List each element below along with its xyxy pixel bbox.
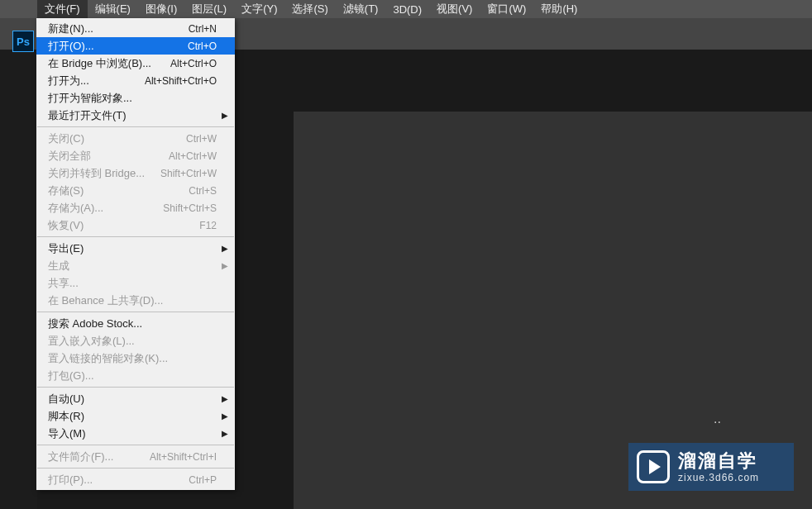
menu-item: 存储(S)Ctrl+S bbox=[36, 182, 235, 199]
menu-item-label: 置入链接的智能对象(K)... bbox=[48, 351, 168, 366]
decoration-dots: ∙∙ bbox=[714, 415, 721, 430]
menu-item-label: 搜索 Adobe Stock... bbox=[48, 316, 142, 331]
menu-item[interactable]: 打开为...Alt+Shift+Ctrl+O bbox=[36, 72, 235, 89]
menubar-item-9[interactable]: 窗口(W) bbox=[480, 0, 533, 18]
menubar-item-8[interactable]: 视图(V) bbox=[429, 0, 480, 18]
menu-item-label: 导入(M) bbox=[48, 426, 86, 441]
menu-separator bbox=[37, 126, 234, 127]
menu-item-label: 关闭(C) bbox=[48, 131, 84, 146]
menu-item: 关闭全部Alt+Ctrl+W bbox=[36, 147, 235, 164]
menu-item-label: 文件简介(F)... bbox=[48, 450, 113, 464]
menu-separator bbox=[37, 312, 234, 312]
menu-item: 关闭并转到 Bridge...Shift+Ctrl+W bbox=[36, 164, 235, 182]
menu-item-shortcut: Alt+Ctrl+O bbox=[170, 58, 217, 69]
menu-item: 生成▶ bbox=[36, 257, 235, 274]
menu-item-shortcut: Alt+Shift+Ctrl+O bbox=[145, 75, 217, 87]
menu-item-label: 恢复(V) bbox=[48, 218, 84, 233]
play-icon bbox=[637, 450, 670, 483]
menu-item-label: 最近打开文件(T) bbox=[48, 108, 127, 123]
menu-item-label: 在 Bridge 中浏览(B)... bbox=[48, 56, 151, 71]
watermark-title: 溜溜自学 bbox=[678, 450, 759, 472]
menu-item-label: 打包(G)... bbox=[48, 369, 94, 383]
menu-item: 置入嵌入对象(L)... bbox=[36, 332, 235, 350]
menu-item-label: 存储(S) bbox=[48, 183, 84, 198]
menu-item[interactable]: 在 Bridge 中浏览(B)...Alt+Ctrl+O bbox=[36, 55, 235, 72]
menu-item: 打印(P)...Ctrl+P bbox=[36, 471, 235, 488]
menubar: 文件(F)编辑(E)图像(I)图层(L)文字(Y)选择(S)滤镜(T)3D(D)… bbox=[0, 0, 812, 18]
menu-item[interactable]: 最近打开文件(T)▶ bbox=[36, 107, 235, 124]
menu-item-label: 打开为... bbox=[48, 74, 89, 88]
submenu-arrow-icon: ▶ bbox=[222, 111, 228, 120]
menu-item-label: 共享... bbox=[48, 276, 79, 291]
menu-item-shortcut: Alt+Shift+Ctrl+I bbox=[150, 451, 217, 463]
menu-item-label: 存储为(A)... bbox=[48, 201, 103, 216]
menu-item-label: 导出(E) bbox=[48, 241, 84, 256]
menu-item: 存储为(A)...Shift+Ctrl+S bbox=[36, 199, 235, 216]
submenu-arrow-icon: ▶ bbox=[222, 244, 228, 253]
watermark-sub: zixue.3d66.com bbox=[678, 472, 759, 483]
menubar-item-4[interactable]: 文字(Y) bbox=[234, 0, 284, 18]
menu-separator bbox=[37, 445, 234, 445]
menu-item: 置入链接的智能对象(K)... bbox=[36, 350, 235, 367]
menu-item-shortcut: Shift+Ctrl+S bbox=[163, 202, 217, 214]
menu-item-label: 打开(O)... bbox=[48, 39, 94, 54]
menu-item-shortcut: Alt+Ctrl+W bbox=[169, 150, 217, 162]
menu-item-label: 脚本(R) bbox=[48, 409, 84, 424]
submenu-arrow-icon: ▶ bbox=[222, 261, 228, 270]
menu-item-label: 自动(U) bbox=[48, 392, 84, 407]
menubar-item-3[interactable]: 图层(L) bbox=[184, 0, 234, 18]
menu-item[interactable]: 脚本(R)▶ bbox=[36, 407, 235, 425]
menu-separator bbox=[37, 468, 234, 469]
menu-item-shortcut: Ctrl+N bbox=[189, 23, 217, 35]
menu-item-label: 在 Behance 上共享(D)... bbox=[48, 293, 163, 308]
menu-item-shortcut: Ctrl+W bbox=[186, 133, 217, 145]
menu-item[interactable]: 打开(O)...Ctrl+O bbox=[36, 37, 235, 55]
menu-item: 打包(G)... bbox=[36, 367, 235, 384]
menu-separator bbox=[37, 236, 234, 237]
menubar-item-7[interactable]: 3D(D) bbox=[385, 2, 429, 17]
menu-item[interactable]: 导出(E)▶ bbox=[36, 240, 235, 257]
submenu-arrow-icon: ▶ bbox=[222, 411, 228, 421]
ps-logo: Ps bbox=[12, 31, 34, 52]
menu-item-label: 生成 bbox=[48, 259, 69, 274]
menubar-item-0[interactable]: 文件(F) bbox=[37, 0, 88, 18]
watermark: 溜溜自学 zixue.3d66.com bbox=[628, 443, 794, 491]
menu-item: 文件简介(F)...Alt+Shift+Ctrl+I bbox=[36, 448, 235, 465]
menubar-item-10[interactable]: 帮助(H) bbox=[533, 0, 585, 18]
menu-separator bbox=[37, 387, 234, 388]
menu-item-label: 新建(N)... bbox=[48, 21, 93, 36]
menu-item-label: 打印(P)... bbox=[48, 473, 93, 488]
menu-item: 恢复(V)F12 bbox=[36, 216, 235, 234]
menubar-item-1[interactable]: 编辑(E) bbox=[88, 0, 138, 18]
tool-panel bbox=[0, 50, 37, 509]
menubar-item-5[interactable]: 选择(S) bbox=[284, 0, 335, 18]
menu-item-label: 关闭并转到 Bridge... bbox=[48, 166, 145, 181]
menu-item-label: 关闭全部 bbox=[48, 149, 91, 164]
menu-item-shortcut: F12 bbox=[199, 220, 217, 231]
menu-item[interactable]: 搜索 Adobe Stock... bbox=[36, 315, 235, 332]
submenu-arrow-icon: ▶ bbox=[222, 394, 228, 403]
menu-item[interactable]: 自动(U)▶ bbox=[36, 390, 235, 407]
menu-item-label: 置入嵌入对象(L)... bbox=[48, 334, 135, 349]
menu-item: 共享... bbox=[36, 274, 235, 292]
menu-item[interactable]: 新建(N)...Ctrl+N bbox=[36, 20, 235, 37]
menu-item-shortcut: Shift+Ctrl+W bbox=[160, 168, 217, 179]
menu-item-shortcut: Ctrl+S bbox=[189, 185, 217, 197]
menu-item: 在 Behance 上共享(D)... bbox=[36, 292, 235, 309]
menu-item[interactable]: 导入(M)▶ bbox=[36, 425, 235, 442]
menu-item: 关闭(C)Ctrl+W bbox=[36, 130, 235, 147]
menubar-item-6[interactable]: 滤镜(T) bbox=[336, 0, 386, 18]
file-menu-dropdown: 新建(N)...Ctrl+N打开(O)...Ctrl+O在 Bridge 中浏览… bbox=[36, 18, 235, 490]
menu-item-shortcut: Ctrl+O bbox=[188, 40, 217, 52]
menu-item-shortcut: Ctrl+P bbox=[189, 474, 217, 486]
menu-item[interactable]: 打开为智能对象... bbox=[36, 89, 235, 107]
menubar-item-2[interactable]: 图像(I) bbox=[138, 0, 184, 18]
menu-item-label: 打开为智能对象... bbox=[48, 91, 132, 106]
submenu-arrow-icon: ▶ bbox=[222, 429, 228, 438]
